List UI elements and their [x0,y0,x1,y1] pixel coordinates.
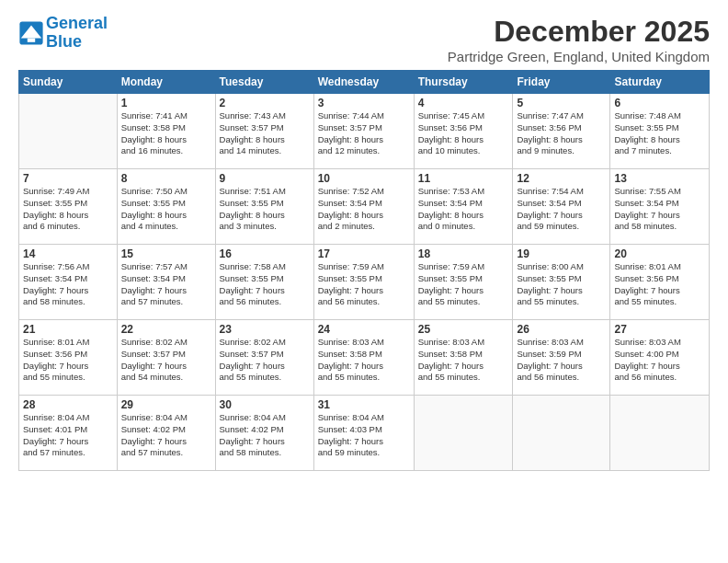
calendar-cell: 10Sunrise: 7:52 AMSunset: 3:54 PMDayligh… [313,169,414,245]
day-info: Sunrise: 8:04 AMSunset: 4:02 PMDaylight:… [220,412,310,459]
day-header-friday: Friday [513,71,610,94]
day-number: 15 [121,247,211,260]
day-number: 24 [318,323,410,336]
day-info: Sunrise: 8:01 AMSunset: 3:56 PMDaylight:… [23,337,113,384]
header: General Blue December 2025 Partridge Gre… [18,15,710,64]
day-number: 13 [614,172,705,185]
day-info: Sunrise: 7:58 AMSunset: 3:55 PMDaylight:… [220,261,310,308]
day-info: Sunrise: 7:41 AMSunset: 3:58 PMDaylight:… [121,110,211,157]
day-info: Sunrise: 7:47 AMSunset: 3:56 PMDaylight:… [517,110,606,157]
calendar-cell: 7Sunrise: 7:49 AMSunset: 3:55 PMDaylight… [19,169,118,245]
day-number: 22 [121,323,211,336]
day-info: Sunrise: 7:53 AMSunset: 3:54 PMDaylight:… [418,186,509,233]
day-number: 8 [121,172,211,185]
calendar-cell: 11Sunrise: 7:53 AMSunset: 3:54 PMDayligh… [414,169,513,245]
day-number: 19 [517,247,606,260]
calendar-week-0: 1Sunrise: 7:41 AMSunset: 3:58 PMDaylight… [19,94,710,169]
day-header-saturday: Saturday [610,71,710,94]
day-number: 11 [418,172,509,185]
day-header-thursday: Thursday [414,71,513,94]
day-number: 12 [517,172,606,185]
calendar-cell [19,94,118,169]
calendar-week-1: 7Sunrise: 7:49 AMSunset: 3:55 PMDaylight… [19,169,710,245]
calendar-cell: 26Sunrise: 8:03 AMSunset: 3:59 PMDayligh… [513,320,610,396]
calendar-cell: 13Sunrise: 7:55 AMSunset: 3:54 PMDayligh… [610,169,710,245]
day-number: 20 [614,247,705,260]
day-number: 27 [614,323,705,336]
day-number: 16 [220,247,310,260]
day-number: 2 [220,97,310,109]
calendar-cell: 24Sunrise: 8:03 AMSunset: 3:58 PMDayligh… [313,320,414,396]
calendar-cell: 21Sunrise: 8:01 AMSunset: 3:56 PMDayligh… [19,320,118,396]
calendar-cell: 17Sunrise: 7:59 AMSunset: 3:55 PMDayligh… [313,245,414,320]
day-info: Sunrise: 8:03 AMSunset: 4:00 PMDaylight:… [614,337,705,384]
day-info: Sunrise: 8:04 AMSunset: 4:03 PMDaylight:… [318,412,410,459]
day-number: 1 [121,97,211,109]
calendar-cell: 20Sunrise: 8:01 AMSunset: 3:56 PMDayligh… [610,245,710,320]
title-block: December 2025 Partridge Green, England, … [448,15,710,64]
calendar-header-row: SundayMondayTuesdayWednesdayThursdayFrid… [19,71,710,94]
day-info: Sunrise: 7:49 AMSunset: 3:55 PMDaylight:… [23,186,113,233]
calendar-cell: 4Sunrise: 7:45 AMSunset: 3:56 PMDaylight… [414,94,513,169]
calendar-cell: 16Sunrise: 7:58 AMSunset: 3:55 PMDayligh… [215,245,313,320]
svg-rect-2 [28,38,35,41]
day-info: Sunrise: 8:00 AMSunset: 3:55 PMDaylight:… [517,261,606,308]
calendar-cell: 14Sunrise: 7:56 AMSunset: 3:54 PMDayligh… [19,245,118,320]
calendar-cell: 30Sunrise: 8:04 AMSunset: 4:02 PMDayligh… [215,396,313,471]
day-number: 14 [23,247,113,260]
day-number: 29 [121,398,211,411]
day-header-sunday: Sunday [19,71,118,94]
day-info: Sunrise: 8:02 AMSunset: 3:57 PMDaylight:… [220,337,310,384]
calendar-cell: 22Sunrise: 8:02 AMSunset: 3:57 PMDayligh… [117,320,215,396]
day-number: 3 [318,97,410,109]
day-info: Sunrise: 7:55 AMSunset: 3:54 PMDaylight:… [614,186,705,233]
day-info: Sunrise: 8:01 AMSunset: 3:56 PMDaylight:… [614,261,705,308]
day-info: Sunrise: 8:03 AMSunset: 3:58 PMDaylight:… [318,337,410,384]
day-info: Sunrise: 7:43 AMSunset: 3:57 PMDaylight:… [220,110,310,157]
day-info: Sunrise: 7:51 AMSunset: 3:55 PMDaylight:… [220,186,310,233]
calendar-cell [513,396,610,471]
calendar-week-3: 21Sunrise: 8:01 AMSunset: 3:56 PMDayligh… [19,320,710,396]
calendar-cell: 18Sunrise: 7:59 AMSunset: 3:55 PMDayligh… [414,245,513,320]
calendar: SundayMondayTuesdayWednesdayThursdayFrid… [18,70,710,471]
day-header-wednesday: Wednesday [313,71,414,94]
day-info: Sunrise: 7:59 AMSunset: 3:55 PMDaylight:… [418,261,509,308]
calendar-cell: 27Sunrise: 8:03 AMSunset: 4:00 PMDayligh… [610,320,710,396]
day-number: 5 [517,97,606,109]
calendar-cell: 28Sunrise: 8:04 AMSunset: 4:01 PMDayligh… [19,396,118,471]
day-info: Sunrise: 8:04 AMSunset: 4:01 PMDaylight:… [23,412,113,459]
day-info: Sunrise: 7:56 AMSunset: 3:54 PMDaylight:… [23,261,113,308]
logo-line1: General [46,14,108,32]
calendar-cell: 8Sunrise: 7:50 AMSunset: 3:55 PMDaylight… [117,169,215,245]
day-number: 9 [220,172,310,185]
day-info: Sunrise: 7:45 AMSunset: 3:56 PMDaylight:… [418,110,509,157]
day-number: 6 [614,97,705,109]
day-header-monday: Monday [117,71,215,94]
day-info: Sunrise: 8:04 AMSunset: 4:02 PMDaylight:… [121,412,211,459]
logo: General Blue [18,15,108,52]
calendar-cell: 9Sunrise: 7:51 AMSunset: 3:55 PMDaylight… [215,169,313,245]
day-number: 30 [220,398,310,411]
calendar-cell: 2Sunrise: 7:43 AMSunset: 3:57 PMDaylight… [215,94,313,169]
calendar-cell: 23Sunrise: 8:02 AMSunset: 3:57 PMDayligh… [215,320,313,396]
calendar-cell: 3Sunrise: 7:44 AMSunset: 3:57 PMDaylight… [313,94,414,169]
day-info: Sunrise: 8:03 AMSunset: 3:58 PMDaylight:… [418,337,509,384]
calendar-cell: 29Sunrise: 8:04 AMSunset: 4:02 PMDayligh… [117,396,215,471]
calendar-cell [610,396,710,471]
day-number: 25 [418,323,509,336]
day-number: 26 [517,323,606,336]
day-info: Sunrise: 7:59 AMSunset: 3:55 PMDaylight:… [318,261,410,308]
logo-line2: Blue [46,32,82,51]
calendar-cell: 12Sunrise: 7:54 AMSunset: 3:54 PMDayligh… [513,169,610,245]
day-number: 31 [318,398,410,411]
day-info: Sunrise: 8:03 AMSunset: 3:59 PMDaylight:… [517,337,606,384]
calendar-cell [414,396,513,471]
day-number: 10 [318,172,410,185]
day-info: Sunrise: 7:57 AMSunset: 3:54 PMDaylight:… [121,261,211,308]
day-number: 21 [23,323,113,336]
calendar-cell: 1Sunrise: 7:41 AMSunset: 3:58 PMDaylight… [117,94,215,169]
calendar-week-4: 28Sunrise: 8:04 AMSunset: 4:01 PMDayligh… [19,396,710,471]
day-info: Sunrise: 8:02 AMSunset: 3:57 PMDaylight:… [121,337,211,384]
day-info: Sunrise: 7:48 AMSunset: 3:55 PMDaylight:… [614,110,705,157]
calendar-cell: 5Sunrise: 7:47 AMSunset: 3:56 PMDaylight… [513,94,610,169]
